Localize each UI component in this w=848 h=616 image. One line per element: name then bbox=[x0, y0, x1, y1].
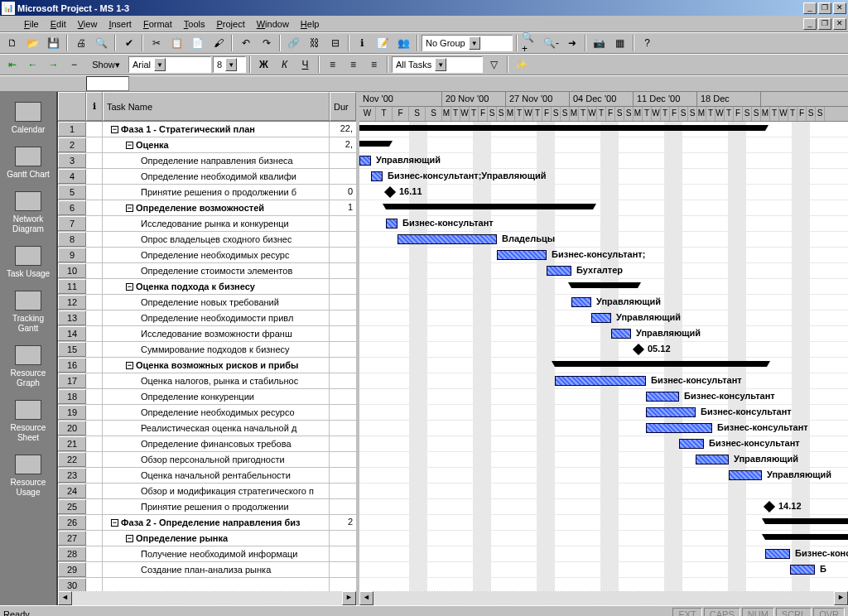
indicator-header[interactable]: ℹ bbox=[86, 92, 103, 121]
task-bar[interactable] bbox=[679, 439, 704, 449]
task-row[interactable]: 11−Оценка подхода к бизнесу bbox=[58, 279, 356, 295]
menu-window[interactable]: Window bbox=[251, 17, 295, 31]
info-button[interactable]: ℹ bbox=[353, 34, 372, 52]
outline-toggle[interactable]: − bbox=[126, 362, 133, 369]
menu-format[interactable]: Format bbox=[137, 17, 178, 31]
duration-cell[interactable] bbox=[330, 546, 356, 561]
duration-cell[interactable]: 0 bbox=[330, 185, 356, 200]
align-center-button[interactable]: ≡ bbox=[344, 55, 363, 74]
summary-bar[interactable] bbox=[765, 534, 848, 540]
task-row[interactable]: 15Суммирование подходов к бизнесу bbox=[58, 342, 356, 358]
row-number[interactable]: 6 bbox=[58, 200, 86, 215]
duration-cell[interactable] bbox=[330, 248, 356, 262]
task-row[interactable]: 19Определение необходимых ресурсо bbox=[58, 405, 356, 421]
task-name-cell[interactable]: −Оценка bbox=[103, 137, 330, 152]
assign-button[interactable]: 👥 bbox=[394, 34, 413, 52]
task-bar[interactable] bbox=[611, 329, 631, 339]
task-row[interactable]: 12Определение новых требований bbox=[58, 295, 356, 310]
task-row[interactable]: 10Определение стоимости элементов bbox=[58, 263, 356, 279]
task-name-cell[interactable]: −Оценка возможных рисков и прибы bbox=[103, 358, 330, 373]
duration-cell[interactable]: 2 bbox=[330, 515, 356, 530]
row-number[interactable]: 7 bbox=[58, 216, 86, 231]
task-bar[interactable] bbox=[547, 266, 571, 276]
row-number[interactable]: 27 bbox=[58, 531, 86, 546]
office-button[interactable]: ▦ bbox=[610, 34, 629, 52]
outline-toggle[interactable]: − bbox=[126, 535, 133, 542]
print-button[interactable]: 🖨 bbox=[71, 34, 90, 52]
outline-toggle[interactable]: − bbox=[111, 126, 118, 133]
duration-cell[interactable] bbox=[330, 578, 356, 591]
unlink-button[interactable]: ⛓ bbox=[305, 34, 324, 52]
task-bar[interactable] bbox=[729, 470, 762, 480]
row-number[interactable]: 22 bbox=[58, 452, 86, 467]
bold-button[interactable]: Ж bbox=[254, 55, 273, 74]
view-network-diagram[interactable]: Network Diagram bbox=[3, 188, 53, 238]
task-name-cell[interactable]: Определение необходимости привл bbox=[103, 310, 330, 325]
row-number[interactable]: 24 bbox=[58, 484, 86, 498]
scroll-right-button[interactable]: ► bbox=[342, 591, 356, 605]
row-number[interactable]: 3 bbox=[58, 153, 86, 168]
duration-cell[interactable] bbox=[330, 436, 356, 451]
new-button[interactable]: 🗋 bbox=[2, 34, 22, 52]
link-button[interactable]: 🔗 bbox=[284, 34, 303, 52]
underline-button[interactable]: Ч bbox=[296, 55, 315, 74]
task-name-cell[interactable]: −Фаза 2 - Определение направления биз bbox=[103, 515, 330, 530]
italic-button[interactable]: К bbox=[275, 55, 294, 74]
menu-insert[interactable]: Insert bbox=[103, 17, 137, 31]
task-name-cell[interactable] bbox=[103, 578, 330, 591]
task-row[interactable]: 25Принятие решения о продолжении bbox=[58, 499, 356, 515]
zoomout-button[interactable]: 🔍- bbox=[542, 34, 561, 52]
close-button[interactable]: ✕ bbox=[833, 2, 846, 14]
task-row[interactable]: 24Обзор и модификация стратегического п bbox=[58, 484, 356, 499]
task-bar[interactable] bbox=[359, 156, 371, 166]
row-number[interactable]: 14 bbox=[58, 326, 86, 341]
format-painter-button[interactable]: 🖌 bbox=[209, 34, 228, 52]
gantt-area[interactable]: УправляющийБизнес-консультант;Управляющи… bbox=[359, 122, 848, 591]
task-name-cell[interactable]: Суммирование подходов к бизнесу bbox=[103, 342, 330, 357]
duration-cell[interactable] bbox=[330, 232, 356, 247]
mdi-close-button[interactable]: ✕ bbox=[833, 18, 846, 30]
nav-next-button[interactable]: → bbox=[44, 55, 63, 74]
note-button[interactable]: 📝 bbox=[373, 34, 393, 52]
duration-cell[interactable] bbox=[330, 452, 356, 467]
task-bar[interactable] bbox=[555, 376, 646, 386]
row-number[interactable]: 1 bbox=[58, 122, 86, 137]
duration-cell[interactable] bbox=[330, 562, 356, 577]
summary-bar[interactable] bbox=[555, 361, 767, 367]
duration-cell[interactable]: 1 bbox=[330, 200, 356, 215]
duration-cell[interactable]: 22, bbox=[330, 122, 356, 137]
outline-toggle[interactable]: − bbox=[126, 142, 133, 149]
task-row[interactable]: 3Определение направления бизнеса bbox=[58, 153, 356, 169]
task-row[interactable]: 26−Фаза 2 - Определение направления биз2 bbox=[58, 515, 356, 531]
task-name-cell[interactable]: −Определение возможностей bbox=[103, 200, 330, 215]
row-number[interactable]: 16 bbox=[58, 358, 86, 373]
view-task-usage[interactable]: Task Usage bbox=[3, 243, 53, 282]
task-bar[interactable] bbox=[591, 313, 611, 323]
fontsize-combo[interactable]: 8▼ bbox=[213, 56, 246, 73]
rownum-header[interactable] bbox=[58, 92, 86, 121]
row-number[interactable]: 19 bbox=[58, 405, 86, 420]
nav-first-button[interactable]: ⇤ bbox=[2, 55, 22, 74]
cut-button[interactable]: ✂ bbox=[147, 34, 166, 52]
task-row[interactable]: 22Обзор персональной пригодности bbox=[58, 452, 356, 468]
task-row[interactable]: 16−Оценка возможных рисков и прибы bbox=[58, 358, 356, 373]
task-bar[interactable] bbox=[765, 549, 790, 559]
spell-button[interactable]: ✔ bbox=[119, 34, 138, 52]
task-name-cell[interactable]: Определение необходимой квалифи bbox=[103, 169, 330, 184]
task-name-cell[interactable]: Опрос владельцев сходного бизнес bbox=[103, 232, 330, 247]
menu-project[interactable]: Project bbox=[210, 17, 250, 31]
task-name-cell[interactable]: Определение необходимых ресурсо bbox=[103, 405, 330, 420]
menu-file[interactable]: File bbox=[18, 17, 45, 31]
duration-cell[interactable] bbox=[330, 499, 356, 514]
task-name-cell[interactable]: Реалистическая оценка начальной д bbox=[103, 421, 330, 436]
duration-cell[interactable] bbox=[330, 153, 356, 168]
split-button[interactable]: ⊟ bbox=[325, 34, 344, 52]
task-name-cell[interactable]: Определение новых требований bbox=[103, 295, 330, 310]
task-bar[interactable] bbox=[398, 234, 497, 244]
save-button[interactable]: 💾 bbox=[44, 34, 63, 52]
task-name-cell[interactable]: Исследование возможности франш bbox=[103, 326, 330, 341]
task-name-cell[interactable]: Определение конкуренции bbox=[103, 389, 330, 404]
task-row[interactable]: 21Определение финансовых требова bbox=[58, 436, 356, 452]
menu-help[interactable]: Help bbox=[295, 17, 325, 31]
gantt-scroll-left-button[interactable]: ◄ bbox=[359, 591, 373, 605]
